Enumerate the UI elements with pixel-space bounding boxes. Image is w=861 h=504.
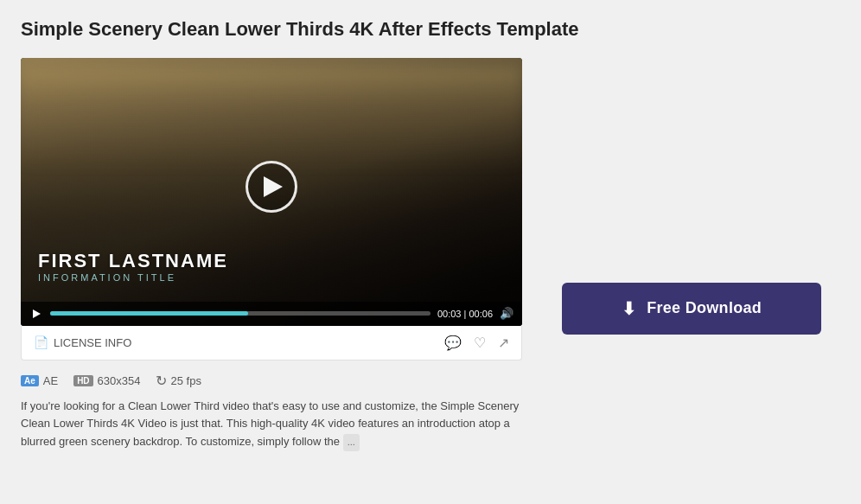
free-download-button[interactable]: ⬇ Free Download — [562, 283, 821, 335]
volume-icon[interactable]: 🔊 — [500, 307, 513, 320]
fps-badge: ↻ 25 fps — [156, 373, 201, 389]
time-total: 00:06 — [469, 309, 493, 319]
content-layout: FIRST LASTNAME INFORMATION TITLE 00:03 | — [21, 58, 840, 451]
hd-badge-box: HD — [73, 375, 92, 386]
video-player: FIRST LASTNAME INFORMATION TITLE 00:03 | — [21, 58, 522, 326]
hd-badge: HD 630x354 — [73, 374, 140, 387]
description-text: If you're looking for a Clean Lower Thir… — [21, 398, 522, 451]
left-column: FIRST LASTNAME INFORMATION TITLE 00:03 | — [21, 58, 522, 451]
play-icon — [264, 176, 283, 197]
progress-fill — [50, 311, 248, 316]
ctrl-play-button[interactable] — [29, 307, 43, 321]
lower-third: FIRST LASTNAME INFORMATION TITLE — [38, 250, 228, 283]
right-column: ⬇ Free Download — [543, 58, 840, 335]
lower-third-title: INFORMATION TITLE — [38, 272, 228, 283]
license-file-icon: 📄 — [34, 335, 48, 349]
ae-badge-box: Ae — [21, 375, 39, 386]
page-wrapper: Simple Scenery Clean Lower Thirds 4K Aft… — [0, 0, 861, 504]
like-icon[interactable]: ♡ — [474, 335, 486, 351]
ae-label: AE — [43, 374, 58, 387]
footer-actions: 💬 ♡ ↗ — [444, 335, 509, 351]
lower-third-name: FIRST LASTNAME — [38, 250, 228, 272]
video-footer: 📄 LICENSE INFO 💬 ♡ ↗ — [21, 326, 522, 360]
download-icon: ⬇ — [622, 298, 636, 319]
video-controls: 00:03 | 00:06 🔊 — [21, 302, 522, 326]
fps-label: 25 fps — [170, 374, 201, 387]
license-info-label: LICENSE INFO — [54, 336, 131, 349]
video-background: FIRST LASTNAME INFORMATION TITLE — [21, 58, 522, 326]
page-title: Simple Scenery Clean Lower Thirds 4K Aft… — [21, 17, 840, 42]
comment-icon[interactable]: 💬 — [444, 335, 462, 351]
play-button[interactable] — [246, 161, 297, 213]
license-info-button[interactable]: 📄 LICENSE INFO — [34, 335, 131, 349]
more-button[interactable]: ... — [343, 434, 360, 451]
time-current: 00:03 — [437, 309, 462, 319]
time-display: 00:03 | 00:06 — [437, 309, 493, 319]
ae-badge: Ae AE — [21, 374, 58, 387]
share-icon[interactable]: ↗ — [498, 335, 509, 351]
meta-row: Ae AE HD 630x354 ↻ 25 fps — [21, 373, 522, 389]
ctrl-play-icon — [33, 309, 41, 318]
progress-bar[interactable] — [50, 311, 430, 316]
description-content: If you're looking for a Clean Lower Thir… — [21, 399, 519, 449]
resolution-label: 630x354 — [98, 374, 141, 387]
fps-icon: ↻ — [156, 373, 167, 389]
download-label: Free Download — [647, 299, 762, 317]
